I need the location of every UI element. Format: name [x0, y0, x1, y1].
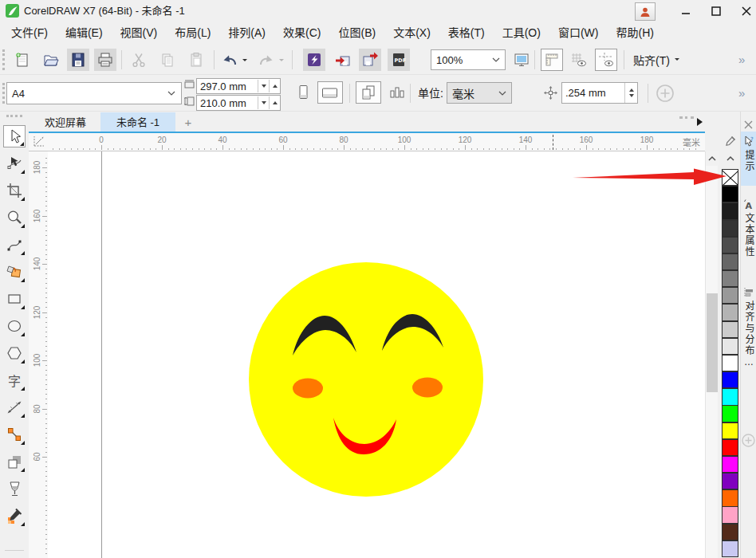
palette-eyedropper-button[interactable]	[721, 134, 739, 147]
toolbar-overflow-button[interactable]: »	[738, 53, 745, 66]
color-eyedropper-tool[interactable]	[3, 505, 26, 527]
full-screen-preview-button[interactable]	[510, 49, 533, 71]
menu-item-7[interactable]: 文本(X)	[384, 22, 439, 45]
drawing-canvas[interactable]	[48, 151, 705, 558]
swatch-10-percent-black[interactable]	[722, 338, 738, 355]
menu-item-8[interactable]: 表格(T)	[439, 22, 494, 45]
swatch-90-percent-black[interactable]	[722, 202, 738, 219]
polygon-tool[interactable]	[3, 342, 26, 364]
palette-scroll-up-button[interactable]	[721, 151, 739, 165]
new-document-button[interactable]	[11, 49, 33, 71]
show-grid-button[interactable]	[568, 49, 590, 71]
new-document-tab-button[interactable]: +	[179, 112, 198, 132]
undo-dropdown[interactable]	[239, 49, 250, 71]
swatch-70-percent-black[interactable]	[722, 237, 738, 253]
snap-menu-button[interactable]: 贴齐(T)	[633, 49, 679, 71]
swatch-blue[interactable]	[722, 371, 738, 388]
page-width-spinner[interactable]: 297.0 mm	[196, 78, 281, 94]
scroll-up-button[interactable]	[706, 151, 719, 166]
swatch-brown[interactable]	[722, 524, 738, 540]
rectangle-tool[interactable]	[3, 288, 26, 310]
save-button[interactable]	[67, 49, 89, 71]
import-button[interactable]	[332, 49, 354, 71]
nudge-spinner[interactable]: .254 mm	[561, 82, 638, 104]
smart-fill-tool[interactable]	[3, 261, 26, 283]
quick-customize-button[interactable]	[742, 434, 755, 447]
paste-button[interactable]	[185, 49, 207, 71]
export-button[interactable]	[359, 49, 381, 71]
text-tool[interactable]: 字	[3, 369, 26, 391]
menu-item-11[interactable]: 帮助(H)	[607, 22, 662, 45]
tab-scroll-right-button[interactable]	[695, 116, 703, 128]
smiley-left-cheek[interactable]	[293, 379, 323, 399]
menu-item-1[interactable]: 编辑(E)	[57, 22, 112, 45]
menu-item-0[interactable]: 文件(F)	[2, 22, 57, 45]
cut-button[interactable]	[128, 49, 150, 71]
swatch-cyan[interactable]	[722, 388, 738, 405]
swatch-80-percent-black[interactable]	[722, 220, 738, 237]
units-combo[interactable]: 毫米	[447, 82, 512, 104]
menu-item-5[interactable]: 效果(C)	[274, 22, 329, 45]
docker-tab-hints[interactable]: ? 提示	[741, 132, 756, 186]
swatch-purple[interactable]	[722, 473, 738, 489]
page-size-combo[interactable]: A4	[6, 82, 182, 104]
transparency-tool[interactable]	[3, 477, 26, 500]
pick-tool[interactable]	[3, 125, 26, 147]
ellipse-tool[interactable]	[3, 315, 26, 337]
swatch-60-percent-black[interactable]	[722, 253, 738, 270]
canvas-vscrollbar[interactable]	[705, 151, 718, 558]
minimize-button[interactable]	[672, 0, 699, 22]
swatch-30-percent-black[interactable]	[722, 304, 738, 320]
vertical-ruler[interactable]: 1801601401201008060	[29, 151, 48, 558]
page-width-decrement[interactable]	[258, 80, 269, 92]
close-button[interactable]	[733, 0, 756, 22]
smiley-right-cheek[interactable]	[412, 378, 443, 398]
swatch-orange[interactable]	[722, 489, 738, 506]
docker-tab-text-properties[interactable]: A 文本属性	[741, 195, 756, 275]
current-page-button[interactable]	[386, 81, 408, 104]
scrollbar-thumb[interactable]	[707, 293, 718, 392]
crop-tool[interactable]	[3, 179, 26, 202]
open-button[interactable]	[40, 49, 62, 71]
docker-tab-align-distribute[interactable]: 对齐与分布…	[741, 283, 756, 415]
tab-untitled-1[interactable]: 未命名 -1	[100, 112, 175, 132]
swatch-black[interactable]	[722, 186, 738, 202]
smiley-face[interactable]	[249, 262, 483, 497]
swatch-green[interactable]	[722, 405, 738, 422]
menu-item-6[interactable]: 位图(B)	[329, 22, 384, 45]
horizontal-ruler[interactable]: 毫米 020406080100120140160180	[48, 133, 705, 151]
page-width-increment[interactable]	[269, 80, 280, 92]
swatch-40-percent-black[interactable]	[722, 287, 738, 304]
zoom-level-combo[interactable]: 100%	[431, 49, 506, 70]
add-page-button[interactable]	[656, 84, 675, 103]
nudge-increment[interactable]	[629, 86, 634, 92]
connector-tool[interactable]	[3, 423, 26, 446]
all-pages-button[interactable]	[356, 81, 381, 104]
portrait-button[interactable]	[292, 81, 314, 104]
page-height-decrement[interactable]	[258, 96, 269, 109]
swatch-white[interactable]	[722, 355, 738, 371]
zoom-tool[interactable]	[3, 206, 26, 229]
show-guidelines-button[interactable]	[595, 49, 617, 71]
show-rulers-button[interactable]	[541, 49, 563, 71]
copy-button[interactable]	[156, 49, 179, 71]
undo-button[interactable]	[220, 49, 239, 71]
swatch-light-blueviolet[interactable]	[722, 540, 738, 557]
nudge-decrement[interactable]	[629, 94, 634, 100]
menu-item-10[interactable]: 窗口(W)	[549, 22, 608, 45]
account-button[interactable]	[635, 2, 656, 21]
menu-item-4[interactable]: 排列(A)	[219, 22, 274, 45]
swatch-magenta[interactable]	[722, 456, 738, 473]
page-height-spinner[interactable]: 210.0 mm	[196, 95, 281, 111]
swatch-none[interactable]	[722, 169, 738, 186]
swatch-50-percent-black[interactable]	[722, 270, 738, 287]
smiley-drawing[interactable]	[48, 151, 705, 558]
menu-item-9[interactable]: 工具(O)	[494, 22, 549, 45]
swatch-yellow[interactable]	[722, 422, 738, 439]
shape-tool[interactable]	[3, 152, 26, 175]
ruler-origin[interactable]	[29, 133, 48, 151]
parallel-dimension-tool[interactable]	[3, 396, 26, 418]
publish-pdf-button[interactable]: PDF	[388, 49, 410, 71]
swatch-red[interactable]	[722, 439, 738, 456]
page-height-increment[interactable]	[269, 96, 280, 109]
